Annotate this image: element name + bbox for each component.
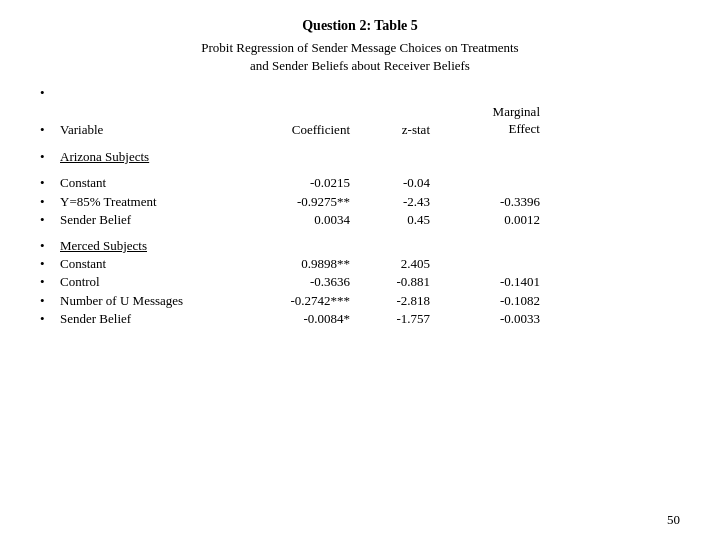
- col-variable-header: Variable: [60, 122, 255, 138]
- bullet: •: [40, 193, 60, 211]
- coeff-merced-3: -0.2742***: [255, 292, 370, 310]
- zstat-merced-2: -0.881: [370, 273, 450, 291]
- page-number: 50: [667, 512, 680, 528]
- bullet: •: [40, 273, 60, 291]
- table-row: • Sender Belief 0.0034 0.45 0.0012: [40, 211, 680, 229]
- table: • • Variable Coefficient z-stat Marginal…: [40, 84, 680, 328]
- bullet: •: [40, 237, 60, 255]
- zstat-merced-1: 2.405: [370, 255, 450, 273]
- table-header-row: • Variable Coefficient z-stat Marginal E…: [40, 102, 680, 138]
- page: Question 2: Table 5 Probit Regression of…: [0, 0, 720, 540]
- header-bullet: •: [40, 122, 60, 138]
- coeff-arizona-1: -0.0215: [255, 174, 370, 192]
- arizona-header-row: • Arizona Subjects: [40, 148, 680, 166]
- bullet: •: [40, 292, 60, 310]
- var-merced-2: Control: [60, 273, 255, 291]
- merced-label: Merced Subjects: [60, 237, 255, 255]
- marginal-merced-4: -0.0033: [450, 310, 540, 328]
- marginal-merced-2: -0.1401: [450, 273, 540, 291]
- merced-header-row: • Merced Subjects: [40, 237, 680, 255]
- col-zstat-header: z-stat: [370, 122, 450, 138]
- var-arizona-1: Constant: [60, 174, 255, 192]
- coeff-arizona-3: 0.0034: [255, 211, 370, 229]
- marginal-arizona-3: 0.0012: [450, 211, 540, 229]
- col-marginal-header: Marginal Effect: [450, 104, 540, 138]
- marginal-arizona-2: -0.3396: [450, 193, 540, 211]
- arizona-label: Arizona Subjects: [60, 148, 255, 166]
- zstat-arizona-3: 0.45: [370, 211, 450, 229]
- coeff-arizona-2: -0.9275**: [255, 193, 370, 211]
- bullet: •: [40, 310, 60, 328]
- coeff-merced-1: 0.9898**: [255, 255, 370, 273]
- table-row: • Y=85% Treatment -0.9275** -2.43 -0.339…: [40, 193, 680, 211]
- table-row: • Constant -0.0215 -0.04: [40, 174, 680, 192]
- coeff-merced-2: -0.3636: [255, 273, 370, 291]
- bullet: •: [40, 148, 60, 166]
- zstat-arizona-2: -2.43: [370, 193, 450, 211]
- zstat-merced-4: -1.757: [370, 310, 450, 328]
- table-row: • Constant 0.9898** 2.405: [40, 255, 680, 273]
- blank-bullet-row: •: [40, 84, 680, 102]
- table-row: • Number of U Messages -0.2742*** -2.818…: [40, 292, 680, 310]
- coeff-merced-4: -0.0084*: [255, 310, 370, 328]
- var-arizona-3: Sender Belief: [60, 211, 255, 229]
- var-merced-1: Constant: [60, 255, 255, 273]
- zstat-arizona-1: -0.04: [370, 174, 450, 192]
- bullet: •: [40, 174, 60, 192]
- bullet: •: [40, 255, 60, 273]
- var-merced-3: Number of U Messages: [60, 292, 255, 310]
- var-arizona-2: Y=85% Treatment: [60, 193, 255, 211]
- zstat-merced-3: -2.818: [370, 292, 450, 310]
- marginal-merced-3: -0.1082: [450, 292, 540, 310]
- var-merced-4: Sender Belief: [60, 310, 255, 328]
- col-coefficient-header: Coefficient: [255, 122, 370, 138]
- subtitle1: Probit Regression of Sender Message Choi…: [40, 40, 680, 56]
- subtitle2: and Sender Beliefs about Receiver Belief…: [40, 58, 680, 74]
- table-row: • Control -0.3636 -0.881 -0.1401: [40, 273, 680, 291]
- table-row: • Sender Belief -0.0084* -1.757 -0.0033: [40, 310, 680, 328]
- bullet: •: [40, 211, 60, 229]
- bullet: •: [40, 84, 60, 102]
- page-title: Question 2: Table 5: [40, 18, 680, 34]
